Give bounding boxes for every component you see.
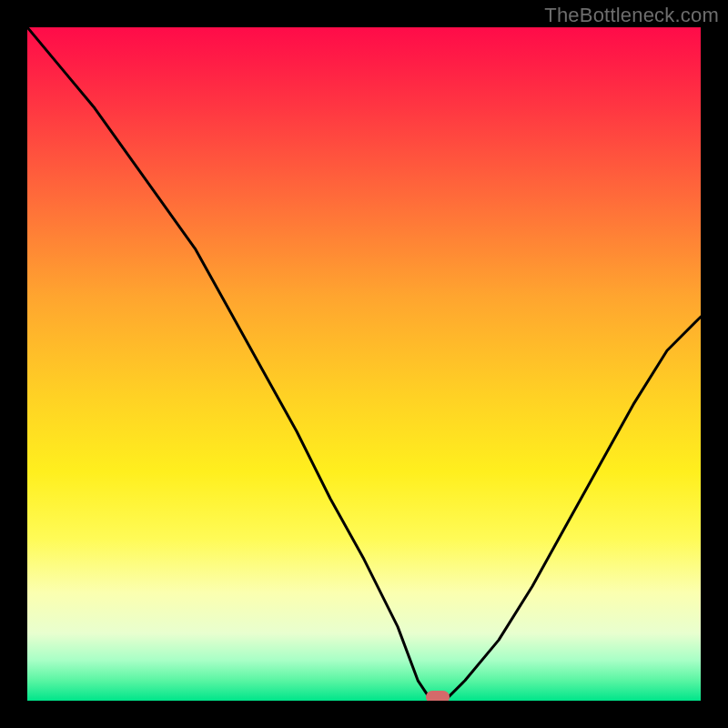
curve-line — [27, 27, 701, 701]
watermark-text: TheBottleneck.com — [544, 4, 719, 27]
chart-frame: TheBottleneck.com — [0, 0, 728, 728]
plot-area — [27, 27, 701, 701]
optimum-marker — [426, 691, 450, 701]
